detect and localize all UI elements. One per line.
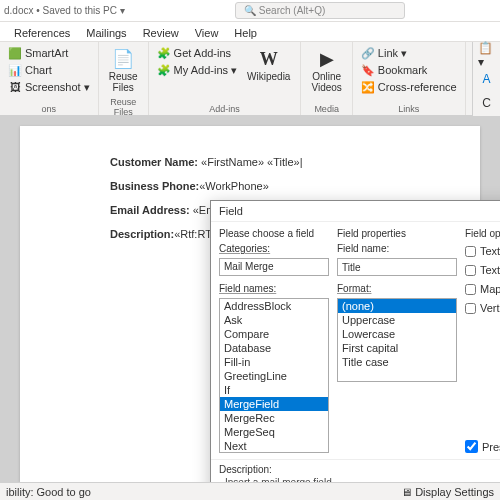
- smartart-icon: 🟩: [8, 46, 22, 60]
- tab-references[interactable]: References: [6, 25, 78, 41]
- doc-label: Business Phone:: [110, 180, 199, 192]
- search-icon: 🔍: [244, 5, 256, 16]
- list-item[interactable]: GreetingLine: [220, 369, 328, 383]
- list-item[interactable]: Title case: [338, 355, 456, 369]
- group-addins: Add-ins: [155, 104, 295, 114]
- merge-field: «FirstName» «Title»: [201, 156, 300, 168]
- list-item[interactable]: Compare: [220, 327, 328, 341]
- wikipedia-icon: W: [257, 47, 281, 71]
- list-item[interactable]: Next: [220, 439, 328, 453]
- video-icon: ▶: [315, 47, 339, 71]
- ribbon: 🟩SmartArt 📊Chart 🖼Screenshot ▾ ons 📄 Reu…: [0, 42, 500, 116]
- fieldnames-list[interactable]: AddressBlockAskCompareDatabaseFill-inGre…: [219, 298, 329, 453]
- dialog-title: Field: [211, 201, 500, 222]
- list-item[interactable]: Ask: [220, 313, 328, 327]
- group-reuse: Reuse Files: [105, 97, 142, 117]
- status-bar: ibility: Good to go 🖥 Display Settings: [0, 482, 500, 500]
- bookmark-icon: 🔖: [361, 63, 375, 77]
- screenshot-icon: 🖼: [8, 80, 22, 94]
- tab-view[interactable]: View: [187, 25, 227, 41]
- options-label: Field options: [465, 228, 500, 239]
- wordart-icon[interactable]: A: [478, 70, 496, 88]
- quickparts-icon[interactable]: 📋▾: [478, 46, 496, 64]
- group-illustrations: ons: [6, 104, 92, 114]
- format-label: Format:: [337, 283, 457, 294]
- addins-icon: 🧩: [157, 63, 171, 77]
- doc-label: Description:: [110, 228, 174, 240]
- list-item[interactable]: First capital: [338, 341, 456, 355]
- fieldname-input[interactable]: [337, 258, 457, 276]
- reuse-files-button[interactable]: 📄 Reuse Files: [105, 45, 142, 95]
- preserve-check[interactable]: Preserve: [465, 440, 500, 453]
- tab-review[interactable]: Review: [135, 25, 187, 41]
- list-item[interactable]: Database: [220, 341, 328, 355]
- list-item[interactable]: If: [220, 383, 328, 397]
- my-addins-button[interactable]: 🧩My Add-ins ▾: [155, 62, 239, 78]
- merge-field: «WorkPhone»: [199, 180, 269, 192]
- accessibility-status[interactable]: ibility: Good to go: [6, 486, 91, 498]
- list-item[interactable]: MergeField: [220, 397, 328, 411]
- link-icon: 🔗: [361, 46, 375, 60]
- display-settings[interactable]: 🖥 Display Settings: [401, 486, 494, 498]
- categories-select[interactable]: Mail Merge: [219, 258, 329, 276]
- get-addins-button[interactable]: 🧩Get Add-ins: [155, 45, 239, 61]
- crossref-button[interactable]: 🔀Cross-reference: [359, 79, 459, 95]
- chart-button[interactable]: 📊Chart: [6, 62, 92, 78]
- categories-label: Categories:: [219, 243, 329, 254]
- props-label: Field properties: [337, 228, 457, 239]
- opt-textbefore[interactable]: Text to: [465, 245, 500, 257]
- list-item[interactable]: (none): [338, 299, 456, 313]
- store-icon: 🧩: [157, 46, 171, 60]
- opt-textafter[interactable]: Text to: [465, 264, 500, 276]
- wikipedia-button[interactable]: W Wikipedia: [243, 45, 294, 84]
- tab-help[interactable]: Help: [226, 25, 265, 41]
- doc-label: Customer Name:: [110, 156, 201, 168]
- list-item[interactable]: MergeSeq: [220, 425, 328, 439]
- opt-mapped[interactable]: Mapped: [465, 283, 500, 295]
- chart-icon: 📊: [8, 63, 22, 77]
- search-placeholder: Search (Alt+Q): [259, 5, 325, 16]
- doc-label: Email Address:: [110, 204, 193, 216]
- list-item[interactable]: Uppercase: [338, 313, 456, 327]
- list-item[interactable]: Fill-in: [220, 355, 328, 369]
- list-item[interactable]: AddressBlock: [220, 299, 328, 313]
- list-item[interactable]: Lowercase: [338, 327, 456, 341]
- crossref-icon: 🔀: [361, 80, 375, 94]
- group-links: Links: [359, 104, 459, 114]
- text-cursor: |: [300, 156, 303, 168]
- opt-vertical[interactable]: Vertical: [465, 302, 500, 314]
- tab-mailings[interactable]: Mailings: [78, 25, 134, 41]
- field-dialog: Field Please choose a field Categories: …: [210, 200, 500, 500]
- smartart-button[interactable]: 🟩SmartArt: [6, 45, 92, 61]
- fieldname-label: Field name:: [337, 243, 457, 254]
- desc-label: Description:: [219, 464, 500, 475]
- fieldnames-label: Field names:: [219, 283, 329, 294]
- format-list[interactable]: (none)UppercaseLowercaseFirst capitalTit…: [337, 298, 457, 382]
- file-name: d.docx • Saved to this PC ▾: [4, 5, 125, 16]
- list-item[interactable]: MergeRec: [220, 411, 328, 425]
- online-videos-button[interactable]: ▶ Online Videos: [307, 45, 345, 95]
- ribbon-tabs: References Mailings Review View Help: [0, 22, 500, 42]
- group-media: Media: [307, 104, 345, 114]
- bookmark-button[interactable]: 🔖Bookmark: [359, 62, 459, 78]
- dropcap-icon[interactable]: C: [478, 94, 496, 112]
- choose-label: Please choose a field: [219, 228, 329, 239]
- reuse-icon: 📄: [111, 47, 135, 71]
- search-box[interactable]: 🔍 Search (Alt+Q): [235, 2, 405, 19]
- display-icon: 🖥: [401, 486, 412, 498]
- link-button[interactable]: 🔗Link ▾: [359, 45, 459, 61]
- screenshot-button[interactable]: 🖼Screenshot ▾: [6, 79, 92, 95]
